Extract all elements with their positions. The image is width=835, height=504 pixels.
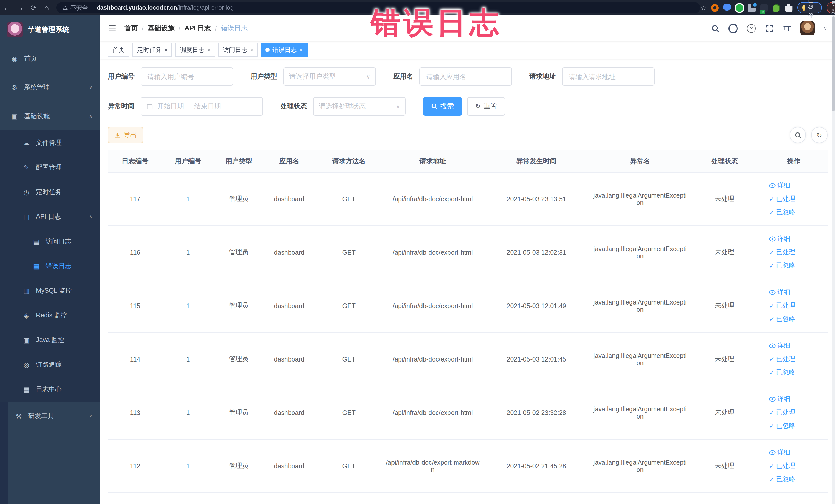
process-status-select[interactable]: 请选择处理状态 ∨ — [313, 97, 406, 116]
cell-user_type: 管理员 — [213, 386, 264, 439]
sidebar-item[interactable]: ◎ 链路追踪 — [0, 352, 100, 377]
avatar[interactable] — [801, 21, 815, 36]
date-range-input[interactable]: 开始日期 - 结束日期 — [141, 97, 263, 116]
tab[interactable]: 访问日志 × — [218, 43, 258, 57]
action-detail-link[interactable]: 详细 — [769, 235, 790, 243]
cell-method: GET — [314, 439, 384, 493]
reset-button[interactable]: ↻ 重置 — [467, 97, 505, 116]
action-detail-link[interactable]: 详细 — [769, 395, 790, 404]
sidebar-item[interactable]: ▤ API 日志 ∧ — [0, 204, 100, 229]
hamburger-icon[interactable]: ☰ — [108, 23, 116, 34]
extension-icon[interactable] — [711, 4, 718, 12]
tab[interactable]: 调度日志 × — [175, 43, 215, 57]
sidebar-item[interactable]: ▣ 基础设施 ∧ — [0, 102, 100, 130]
breadcrumb-item[interactable]: 基础设施 — [148, 24, 175, 33]
screen: 错误日志 ← → ⟳ ⌂ ⚠ 不安全 dashboard.yudao.iocod… — [0, 0, 835, 504]
close-icon[interactable]: × — [207, 47, 210, 53]
scrollbar-thumb[interactable] — [832, 16, 835, 112]
browser-home-icon[interactable]: ⌂ — [40, 4, 54, 12]
extension-grid-icon[interactable] — [748, 4, 755, 12]
sidebar-item[interactable]: ⚙ 系统管理 ∨ — [0, 73, 100, 102]
cell-url: /api/infra/db-doc/export-html — [384, 226, 482, 279]
action-process-link[interactable]: ✓已处理 — [769, 195, 795, 203]
cell-status: 未处理 — [689, 172, 760, 226]
breadcrumb: 首页/基础设施/API 日志/错误日志 — [124, 24, 248, 33]
action-process-link[interactable]: ✓已处理 — [769, 248, 795, 257]
bookmark-star-icon[interactable]: ☆ — [700, 4, 706, 12]
user-id-input[interactable] — [141, 67, 233, 86]
tab[interactable]: 首页 — [108, 43, 129, 57]
breadcrumb-separator: / — [215, 24, 217, 32]
action-detail-link[interactable]: 详细 — [769, 288, 790, 297]
user-type-select[interactable]: 请选择用户类型 ∨ — [283, 67, 376, 86]
column-header: 异常名 — [591, 150, 689, 172]
cell-user_type: 管理员 — [213, 439, 264, 493]
browser-update-button[interactable]: 更新 ⋮ — [826, 2, 835, 13]
filter-user-type: 用户类型 请选择用户类型 ∨ — [250, 67, 376, 86]
export-button[interactable]: 导出 — [108, 127, 143, 143]
close-icon[interactable]: × — [300, 47, 303, 53]
action-detail-link[interactable]: 详细 — [769, 448, 790, 457]
action-process-link[interactable]: ✓已忽略 — [769, 368, 795, 377]
action-process-link[interactable]: ✓已处理 — [769, 408, 795, 417]
close-icon[interactable]: × — [250, 47, 253, 53]
action-detail-link[interactable]: 详细 — [769, 181, 790, 190]
sidebar-item[interactable]: ◷ 定时任务 — [0, 180, 100, 204]
search-button[interactable]: 搜索 — [423, 97, 462, 116]
profile-paused-pill[interactable]: 已暂停 — [797, 2, 822, 13]
browser-forward-icon[interactable]: → — [13, 4, 27, 12]
action-process-link[interactable]: ✓已忽略 — [769, 315, 795, 323]
extension-shield-icon[interactable] — [723, 4, 731, 12]
extension-icon[interactable] — [735, 4, 743, 12]
request-url-input[interactable] — [562, 67, 655, 86]
sidebar-item[interactable]: ◉ 首页 — [0, 44, 100, 73]
cell-id: 113 — [108, 386, 162, 439]
eye-icon — [769, 397, 776, 402]
table-row: 1151管理员dashboardGET/api/infra/db-doc/exp… — [108, 279, 828, 332]
tab[interactable]: 定时任务 × — [133, 43, 172, 57]
close-icon[interactable]: × — [164, 47, 168, 53]
cell-app: dashboard — [264, 279, 314, 332]
cell-id: 112 — [108, 439, 162, 493]
extension-icon[interactable] — [772, 4, 780, 12]
action-process-link[interactable]: ✓已忽略 — [769, 475, 795, 484]
sidebar-item[interactable]: ▤ 访问日志 — [0, 229, 100, 254]
tab[interactable]: 错误日志 × — [261, 43, 307, 57]
page-scrollbar[interactable] — [832, 15, 835, 504]
sidebar-item[interactable]: ▦ MySQL 监控 — [0, 278, 100, 303]
action-process-link[interactable]: ✓已处理 — [769, 355, 795, 364]
sidebar-item[interactable]: ☁ 文件管理 — [0, 130, 100, 155]
sidebar-item[interactable]: ▤ 日志中心 — [0, 377, 100, 402]
extensions-puzzle-icon[interactable] — [785, 4, 792, 12]
sidebar-item[interactable]: ✎ 配置管理 — [0, 155, 100, 180]
action-process-link[interactable]: ✓已忽略 — [769, 261, 795, 270]
action-process-link[interactable]: ✓已处理 — [769, 462, 795, 470]
refresh-button[interactable]: ↻ — [811, 127, 828, 143]
address-bar[interactable]: ⚠ 不安全 dashboard.yudao.iocoder.cn/infra/l… — [57, 2, 700, 13]
fullscreen-icon[interactable] — [765, 24, 774, 33]
extension-on-icon[interactable] — [760, 4, 768, 12]
browser-back-icon[interactable]: ← — [0, 4, 13, 12]
font-size-icon[interactable]: TT — [782, 24, 792, 33]
sidebar-item[interactable]: ◈ Redis 监控 — [0, 303, 100, 328]
action-detail-link[interactable]: 详细 — [769, 341, 790, 350]
help-icon[interactable]: ? — [747, 24, 756, 33]
action-process-link[interactable]: ✓已处理 — [769, 301, 795, 310]
action-process-link[interactable]: ✓已忽略 — [769, 208, 795, 217]
chevron-down-icon[interactable]: ∨ — [824, 26, 827, 31]
search-icon[interactable] — [711, 24, 720, 33]
sidebar-logo-row[interactable]: 芋道管理系统 — [0, 15, 100, 44]
action-process-link[interactable]: ✓已忽略 — [769, 422, 795, 430]
search-toggle-button[interactable] — [790, 127, 806, 143]
github-icon[interactable] — [729, 24, 738, 33]
cell-id: 116 — [108, 226, 162, 279]
sidebar-bottom-menu: ⚒ 研发工具 ∨ — [8, 402, 100, 504]
sidebar-item[interactable]: ▤ 错误日志 — [0, 254, 100, 278]
breadcrumb-item[interactable]: API 日志 — [185, 24, 211, 33]
sidebar-item[interactable]: ⚒ 研发工具 ∨ — [8, 402, 100, 430]
breadcrumb-item[interactable]: 首页 — [124, 24, 138, 33]
filter-row-2: 异常时间 开始日期 - 结束日期 处理状态 — [108, 97, 828, 116]
sidebar-item[interactable]: ▣ Java 监控 — [0, 328, 100, 352]
app-name-input[interactable] — [420, 67, 512, 86]
browser-reload-icon[interactable]: ⟳ — [27, 4, 40, 12]
